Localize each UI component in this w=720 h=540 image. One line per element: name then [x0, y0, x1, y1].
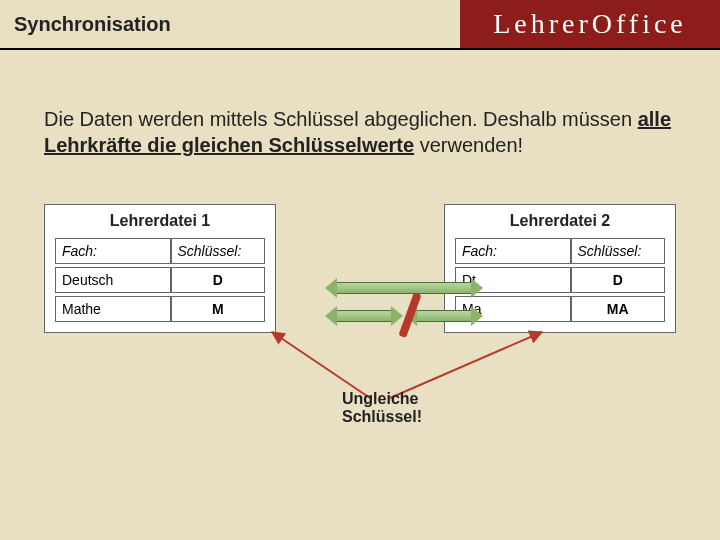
card2-r1-key: MA	[571, 296, 666, 322]
card1-r0-fach: Deutsch	[55, 267, 171, 293]
card-lehrerdatei-2: Lehrerdatei 2 Fach: Schlüssel: Dt D Ma M…	[444, 204, 676, 333]
warning-line2: Schlüssel!	[342, 408, 422, 426]
table-row: Dt D	[455, 267, 665, 293]
card1-title: Lehrerdatei 1	[55, 212, 265, 230]
svg-line-0	[272, 332, 370, 398]
page-title: Synchronisation	[0, 13, 171, 36]
card-lehrerdatei-1: Lehrerdatei 1 Fach: Schlüssel: Deutsch D…	[44, 204, 276, 333]
intro-part2: verwenden!	[414, 134, 523, 156]
brand-part-a: Lehrer	[493, 8, 592, 40]
card1-r1-fach: Mathe	[55, 296, 171, 322]
body: Die Daten werden mittels Schlüssel abgeg…	[0, 50, 720, 333]
card1-table: Fach: Schlüssel: Deutsch D Mathe M	[55, 238, 265, 322]
brand-logo: LehrerOffice	[460, 0, 720, 48]
table-row: Deutsch D	[55, 267, 265, 293]
table-row: Ma MA	[455, 296, 665, 322]
warning-label: Ungleiche Schlüssel!	[342, 390, 422, 425]
table-row: Mathe M	[55, 296, 265, 322]
card1-col-fach: Fach:	[55, 238, 171, 264]
card1-col-key: Schlüssel:	[171, 238, 266, 264]
intro-text: Die Daten werden mittels Schlüssel abgeg…	[44, 106, 676, 158]
header: Synchronisation LehrerOffice	[0, 0, 720, 50]
card2-r1-fach: Ma	[455, 296, 571, 322]
card1-r1-key: M	[171, 296, 266, 322]
double-arrow-left-icon	[336, 310, 392, 322]
svg-line-1	[390, 332, 542, 398]
card2-col-fach: Fach:	[455, 238, 571, 264]
card2-r0-fach: Dt	[455, 267, 571, 293]
cards-row: Lehrerdatei 1 Fach: Schlüssel: Deutsch D…	[44, 204, 676, 333]
card2-r0-key: D	[571, 267, 666, 293]
intro-part1: Die Daten werden mittels Schlüssel abgeg…	[44, 108, 638, 130]
card2-col-key: Schlüssel:	[571, 238, 666, 264]
mismatch-slash-icon	[390, 292, 430, 332]
warning-line1: Ungleiche	[342, 390, 422, 408]
card2-table: Fach: Schlüssel: Dt D Ma MA	[455, 238, 665, 322]
card1-r0-key: D	[171, 267, 266, 293]
card2-title: Lehrerdatei 2	[455, 212, 665, 230]
brand-part-b: Office	[592, 8, 687, 40]
